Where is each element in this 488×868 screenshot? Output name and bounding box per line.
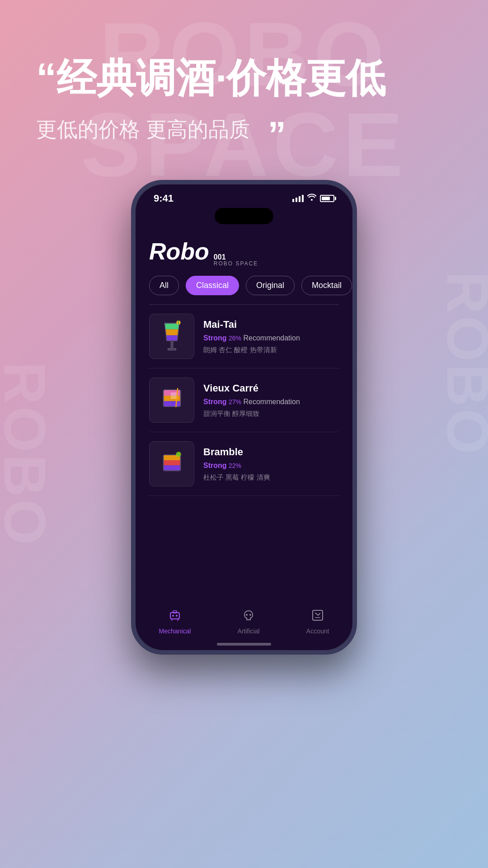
tab-mocktail[interactable]: Mocktail [301,276,352,295]
headline-section: “经典调酒·价格更低 更低的价格 更高的品质 ” [0,0,488,171]
headline-main: “经典调酒·价格更低 [36,54,452,102]
cocktail-tags-bramble: 杜松子 黑莓 柠檬 清爽 [203,473,339,482]
logo-badge: 001 ROBO SPACE [214,253,258,267]
home-indicator [217,643,271,646]
dynamic-island [215,208,273,224]
svg-point-24 [246,614,248,616]
logo-number: 001 [214,253,258,261]
svg-rect-15 [164,460,180,465]
bottom-nav: Mechanical Artificial [136,602,352,639]
signal-icon [292,195,304,202]
svg-point-20 [176,615,178,617]
status-icons [292,193,334,203]
nav-account[interactable]: Account [306,609,329,635]
cocktail-list: Mai-Tai Strong 26% Recommendation 朗姆 杏仁 … [136,305,352,602]
cocktail-name-mai-tai: Mai-Tai [203,319,339,330]
logo-area: Robo 001 ROBO SPACE [136,233,352,276]
mechanical-icon [169,609,181,625]
cocktail-info-bramble: Bramble Strong 22% 杜松子 黑莓 柠檬 清爽 [203,446,339,482]
app-content: Robo 001 ROBO SPACE All Classical Origin… [136,224,352,650]
tab-classical[interactable]: Classical [186,276,239,295]
nav-mechanical-label: Mechanical [159,627,191,635]
cocktail-tags-mai-tai: 朗姆 杏仁 酸橙 热带清新 [203,346,339,354]
phone-mockup: 9:41 [0,180,488,655]
svg-point-19 [172,615,174,617]
tab-all[interactable]: All [149,276,179,295]
cocktail-image-vieux-carre [149,377,194,423]
artificial-icon [242,609,255,625]
status-time: 9:41 [154,193,174,204]
cocktail-name-bramble: Bramble [203,446,339,458]
svg-rect-18 [170,613,179,619]
status-bar: 9:41 [136,184,352,208]
quote-close: ” [268,126,286,144]
cocktail-item-vieux-carre[interactable]: Vieux Carré Strong 27% Recommendation 甜润… [136,368,352,432]
phone-screen: 9:41 [136,184,352,650]
battery-icon [320,195,334,202]
nav-artificial-label: Artificial [238,627,260,635]
logo: Robo 001 ROBO SPACE [149,238,339,267]
cocktail-item-bramble[interactable]: Bramble Strong 22% 杜松子 黑莓 柠檬 清爽 [136,432,352,495]
cocktail-info-mai-tai: Mai-Tai Strong 26% Recommendation 朗姆 杏仁 … [203,319,339,354]
nav-mechanical[interactable]: Mechanical [159,609,191,635]
quote-open: “ [36,55,56,100]
filter-tabs: All Classical Original Mocktail [136,276,352,304]
cocktail-strength-vieux-carre: Strong 27% Recommendation [203,398,339,406]
cocktail-strength-bramble: Strong 22% [203,462,339,470]
svg-point-25 [249,614,251,616]
nav-account-label: Account [306,627,329,635]
logo-text: Robo [149,238,209,265]
cocktail-info-vieux-carre: Vieux Carré Strong 27% Recommendation 甜润… [203,382,339,418]
nav-artificial[interactable]: Artificial [238,609,260,635]
cocktail-image-bramble [149,441,194,486]
cocktail-name-vieux-carre: Vieux Carré [203,382,339,394]
svg-rect-16 [164,465,180,471]
svg-rect-0 [162,323,183,329]
wifi-icon [307,193,316,203]
cocktail-tags-vieux-carre: 甜润平衡 醇厚细致 [203,410,339,418]
svg-rect-21 [173,611,177,613]
cocktail-item-mai-tai[interactable]: Mai-Tai Strong 26% Recommendation 朗姆 杏仁 … [136,305,352,368]
divider-3 [149,495,339,496]
headline-sub: 更低的价格 更高的品质 ” [36,116,452,144]
svg-rect-9 [164,401,180,406]
logo-subtitle: ROBO SPACE [214,261,258,267]
cocktail-strength-mai-tai: Strong 26% Recommendation [203,334,339,342]
tab-original[interactable]: Original [246,276,295,295]
cocktail-image-mai-tai [149,314,194,359]
phone-body: 9:41 [131,180,357,655]
account-icon [311,609,324,625]
